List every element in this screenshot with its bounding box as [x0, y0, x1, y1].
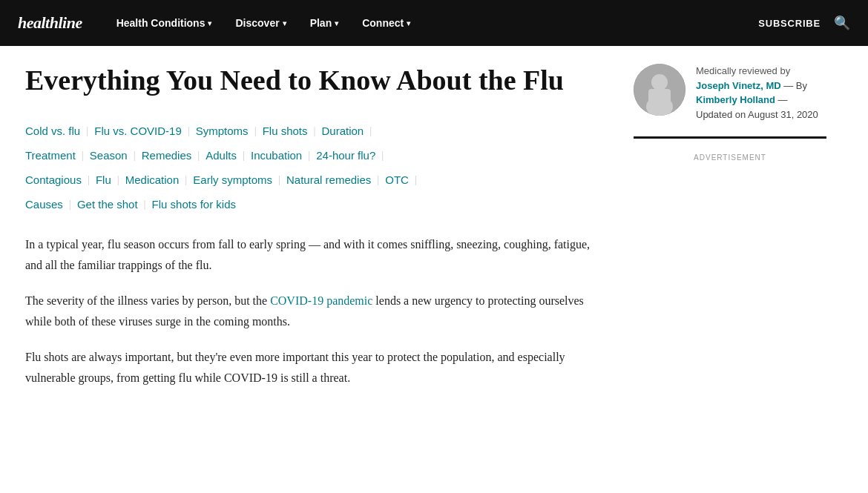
nav-health-conditions[interactable]: Health Conditions ▾	[106, 11, 223, 35]
paragraph-2: The severity of the illness varies by pe…	[25, 291, 604, 332]
nav-connect[interactable]: Connect ▾	[352, 11, 421, 35]
toc-row-2: Treatment | Season | Remedies | Adults |…	[25, 143, 604, 168]
toc-link-natural-remedies[interactable]: Natural remedies	[286, 168, 371, 192]
reviewer-info: Medically reviewed by Joseph Vinetz, MD …	[696, 64, 826, 122]
by-label: — By	[783, 80, 807, 91]
toc-link-otc[interactable]: OTC	[385, 168, 409, 192]
subscribe-button[interactable]: SUBSCRIBE	[758, 18, 821, 29]
toc-link-get-the-shot[interactable]: Get the shot	[77, 192, 138, 216]
chevron-down-icon: ▾	[407, 19, 410, 27]
sidebar-divider	[634, 136, 826, 139]
toc-link-flu-shots-kids[interactable]: Flu shots for kids	[152, 192, 236, 216]
sidebar: Medically reviewed by Joseph Vinetz, MD …	[634, 64, 826, 403]
search-icon[interactable]: 🔍	[834, 15, 850, 31]
reviewer-link[interactable]: Joseph Vinetz, MD	[696, 80, 781, 91]
nav-plan[interactable]: Plan ▾	[300, 11, 349, 35]
main-content: Everything You Need to Know About the Fl…	[25, 64, 604, 403]
chevron-down-icon: ▾	[208, 19, 211, 27]
article-body: In a typical year, flu season occurs fro…	[25, 234, 604, 388]
paragraph-1: In a typical year, flu season occurs fro…	[25, 234, 604, 276]
page-container: Everything You Need to Know About the Fl…	[7, 46, 861, 403]
reviewer-name-line: Joseph Vinetz, MD — By Kimberly Holland …	[696, 79, 826, 107]
toc-link-contagious[interactable]: Contagious	[25, 168, 82, 192]
article-title: Everything You Need to Know About the Fl…	[25, 64, 604, 98]
toc-row-3: Contagious | Flu | Medication | Early sy…	[25, 168, 604, 192]
nav-discover[interactable]: Discover ▾	[225, 11, 296, 35]
toc-link-symptoms[interactable]: Symptoms	[196, 119, 249, 143]
covid-pandemic-link[interactable]: COVID-19 pandemic	[270, 294, 372, 307]
reviewed-by-label: Medically reviewed by	[696, 64, 826, 79]
author-link[interactable]: Kimberly Holland	[696, 94, 775, 105]
dash: —	[778, 94, 788, 105]
toc-link-season[interactable]: Season	[90, 143, 128, 168]
toc-link-flu-shots[interactable]: Flu shots	[263, 119, 308, 143]
navbar: healthline Health Conditions ▾ Discover …	[0, 0, 868, 46]
toc-link-causes[interactable]: Causes	[25, 192, 63, 216]
updated-date: Updated on August 31, 2020	[696, 107, 826, 122]
toc-link-incubation[interactable]: Incubation	[251, 143, 302, 168]
svg-point-1	[651, 74, 668, 90]
toc-row-1: Cold vs. flu | Flu vs. COVID-19 | Sympto…	[25, 119, 604, 143]
svg-rect-3	[648, 89, 671, 104]
toc-link-flu[interactable]: Flu	[96, 168, 111, 192]
toc-link-adults[interactable]: Adults	[206, 143, 237, 168]
toc-link-remedies[interactable]: Remedies	[142, 143, 192, 168]
toc-link-cold-vs-flu[interactable]: Cold vs. flu	[25, 119, 80, 143]
ad-label: ADVERTISEMENT	[634, 153, 826, 162]
toc-link-treatment[interactable]: Treatment	[25, 143, 76, 168]
avatar	[634, 64, 685, 116]
reviewer-section: Medically reviewed by Joseph Vinetz, MD …	[634, 64, 826, 122]
nav-right: SUBSCRIBE 🔍	[758, 15, 850, 31]
toc-link-medication[interactable]: Medication	[125, 168, 180, 192]
chevron-down-icon: ▾	[283, 19, 286, 27]
chevron-down-icon: ▾	[335, 19, 338, 27]
site-logo[interactable]: healthline	[18, 13, 82, 33]
paragraph-3: Flu shots are always important, but they…	[25, 347, 604, 388]
toc-link-early-symptoms[interactable]: Early symptoms	[193, 168, 272, 192]
toc-link-24hr-flu[interactable]: 24-hour flu?	[316, 143, 375, 168]
toc-link-flu-vs-covid[interactable]: Flu vs. COVID-19	[94, 119, 182, 143]
toc-link-duration[interactable]: Duration	[322, 119, 364, 143]
toc-row-4: Causes | Get the shot | Flu shots for ki…	[25, 192, 604, 216]
nav-links: Health Conditions ▾ Discover ▾ Plan ▾ Co…	[106, 11, 759, 35]
